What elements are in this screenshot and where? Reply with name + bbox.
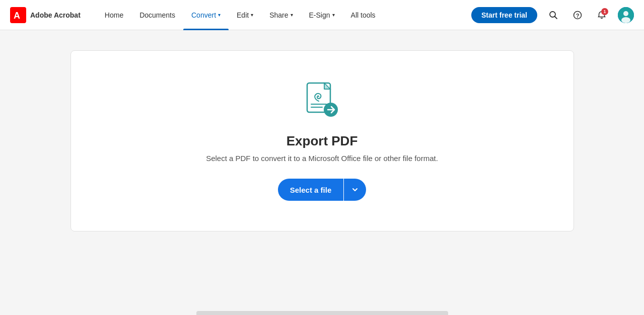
- svg-point-7: [623, 11, 628, 16]
- convert-chevron-icon: ▾: [218, 12, 221, 18]
- brand-logo[interactable]: A Adobe Acrobat: [10, 7, 81, 23]
- start-trial-button[interactable]: Start free trial: [471, 7, 537, 23]
- help-icon: ?: [573, 11, 582, 20]
- nav-item-esign[interactable]: E-Sign ▾: [301, 0, 343, 30]
- search-icon: [549, 11, 558, 20]
- svg-point-8: [621, 17, 630, 23]
- export-pdf-title: Export PDF: [287, 133, 358, 149]
- svg-line-3: [555, 16, 557, 19]
- notifications-button[interactable]: 1: [594, 7, 610, 23]
- bottom-scroll-hint: [196, 311, 448, 315]
- esign-chevron-icon: ▾: [332, 12, 335, 18]
- nav-links: Home Documents Convert ▾ Edit ▾ Share ▾ …: [97, 0, 471, 30]
- user-avatar[interactable]: [618, 7, 634, 23]
- select-file-button[interactable]: Select a file: [278, 179, 344, 201]
- nav-item-home[interactable]: Home: [97, 0, 131, 30]
- main-content: Export PDF Select a PDF to convert it to…: [0, 30, 644, 315]
- select-file-group: Select a file: [278, 179, 367, 201]
- export-pdf-icon-container: [302, 81, 342, 121]
- brand-name: Adobe Acrobat: [30, 11, 81, 19]
- nav-item-convert[interactable]: Convert ▾: [183, 0, 229, 30]
- avatar-icon: [618, 7, 634, 23]
- help-button[interactable]: ?: [569, 7, 586, 23]
- chevron-down-icon: [351, 186, 359, 194]
- nav-item-share[interactable]: Share ▾: [261, 0, 301, 30]
- export-pdf-icon: [302, 81, 342, 121]
- share-chevron-icon: ▾: [291, 12, 293, 18]
- edit-chevron-icon: ▾: [251, 12, 253, 18]
- navbar: A Adobe Acrobat Home Documents Convert ▾…: [0, 0, 644, 30]
- svg-text:A: A: [14, 11, 20, 21]
- export-card: Export PDF Select a PDF to convert it to…: [70, 50, 574, 231]
- export-pdf-description: Select a PDF to convert it to a Microsof…: [206, 154, 438, 163]
- select-file-dropdown-button[interactable]: [344, 179, 366, 201]
- nav-item-all-tools[interactable]: All tools: [343, 0, 384, 30]
- nav-item-edit[interactable]: Edit ▾: [229, 0, 261, 30]
- nav-right: Start free trial ? 1: [471, 7, 634, 23]
- acrobat-logo-icon: A: [10, 7, 26, 23]
- search-button[interactable]: [545, 7, 561, 23]
- svg-text:?: ?: [576, 12, 580, 18]
- notification-badge: 1: [601, 8, 608, 15]
- nav-item-documents[interactable]: Documents: [131, 0, 183, 30]
